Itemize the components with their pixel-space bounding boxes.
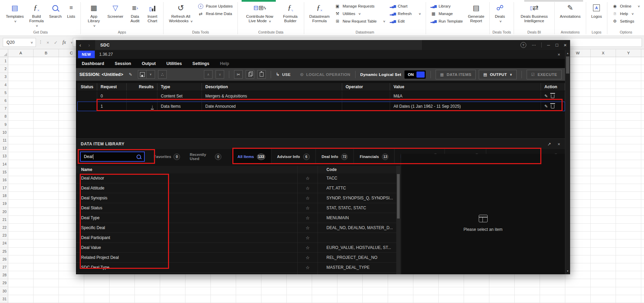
excel-row-header[interactable]: 28: [0, 271, 8, 279]
templates-button[interactable]: ▤ Templates∨: [3, 2, 26, 24]
excel-row-header[interactable]: 30: [0, 287, 8, 295]
excel-row-header[interactable]: 15: [0, 168, 8, 176]
contribute-now-button[interactable]: ⊟⊞ϟ Contribute Now Live Mode ∨: [241, 2, 279, 24]
minimize-icon[interactable]: ─: [547, 43, 550, 48]
select-all-corner[interactable]: [0, 49, 8, 57]
copy-icon[interactable]: [246, 70, 254, 79]
library-button[interactable]: ▂▄▆ Library: [431, 3, 463, 9]
chart-button[interactable]: ▂▄▆ Chart: [390, 3, 421, 9]
forward-arrow-icon[interactable]: ›: [88, 40, 90, 50]
excel-row-header[interactable]: 12: [0, 144, 8, 152]
excel-row-header[interactable]: 22: [0, 224, 8, 232]
cancel-entry-icon[interactable]: ×: [47, 40, 49, 45]
excel-row-header[interactable]: 25: [0, 248, 8, 255]
annotations-button[interactable]: ✎ Annotations: [557, 2, 583, 19]
menu-help[interactable]: Help: [220, 61, 229, 66]
banner-close-icon[interactable]: ×: [557, 52, 560, 57]
excel-row-header[interactable]: 21: [0, 216, 8, 224]
logical-operation-button[interactable]: ⊙ LOGICAL OPERATION: [300, 72, 350, 77]
formula-builder-button[interactable]: ƒϟ Formula Builder: [280, 2, 301, 23]
dynamic-logical-set-toggle[interactable]: ON: [404, 70, 426, 79]
help-circle-icon[interactable]: ?: [520, 42, 526, 48]
utilities-button[interactable]: ⚒ Utilities∨: [335, 11, 385, 17]
favorite-star-icon[interactable]: ☆: [297, 243, 318, 252]
excel-column-header[interactable]: A: [8, 49, 34, 57]
menu-output[interactable]: Output: [142, 61, 156, 66]
execute-button[interactable]: ☑ EXECUTE: [527, 70, 562, 79]
excel-column-header[interactable]: X: [591, 49, 616, 57]
excel-row-header[interactable]: 11: [0, 136, 8, 144]
window-scrollbar[interactable]: ▲ ▼: [565, 50, 570, 274]
data-audit-button[interactable]: ≣› Data Audit: [126, 2, 143, 23]
datastream-formula-button[interactable]: ƒ× Datastream Formula: [307, 2, 332, 23]
name-box[interactable]: Q20 ∨: [3, 38, 36, 47]
scroll-down-icon[interactable]: ▼: [565, 268, 570, 274]
excel-column-header[interactable]: B: [34, 49, 59, 57]
generate-report-button[interactable]: ▤ Generate Report: [465, 2, 487, 23]
online-button[interactable]: ◉ Online∨: [612, 3, 640, 9]
excel-row-header[interactable]: 5: [0, 89, 8, 97]
favorite-star-icon[interactable]: ☆: [297, 203, 318, 213]
excel-column-header[interactable]: Z: [641, 49, 644, 57]
confirm-entry-icon[interactable]: ✓: [54, 40, 58, 45]
excel-row-header[interactable]: 7: [0, 105, 8, 113]
logos-button[interactable]: A Logos: [589, 2, 604, 19]
app-library-button[interactable]: ▦ App Library ∨: [83, 2, 104, 28]
edit-session-icon[interactable]: ✎: [126, 70, 135, 79]
excel-column-header[interactable]: Y: [616, 49, 641, 57]
deals-bi-button[interactable]: ▯⇄ Deals Business Intelligence: [517, 2, 552, 23]
paste-icon[interactable]: [257, 70, 266, 79]
back-arrow-icon[interactable]: ‹: [79, 40, 81, 50]
deals-button[interactable]: ☍ Deals∨: [492, 2, 507, 24]
excel-row-header[interactable]: 4: [0, 81, 8, 89]
favorite-star-icon[interactable]: ☆: [297, 183, 318, 193]
delete-row-icon[interactable]: [551, 94, 554, 98]
sdc-tab[interactable]: SDC: [95, 40, 422, 50]
maximize-icon[interactable]: □: [555, 42, 558, 48]
excel-row-header[interactable]: 18: [0, 192, 8, 200]
insert-chart-button[interactable]: Insert Chart: [144, 2, 160, 23]
excel-row-header[interactable]: 13: [0, 152, 8, 160]
refresh-all-workbooks-button[interactable]: ↺ Refresh All Workbooks ∨: [166, 2, 195, 24]
scrollbar-thumb[interactable]: [397, 174, 400, 219]
excel-row-header[interactable]: 10: [0, 129, 8, 136]
use-button[interactable]: ↳ USE: [276, 72, 291, 77]
insert-function-button[interactable]: fx: [63, 40, 66, 45]
menu-utilities[interactable]: Utilities: [166, 61, 182, 66]
excel-row-header[interactable]: 6: [0, 97, 8, 105]
share-session-icon[interactable]: ∴: [158, 70, 167, 79]
favorite-star-icon[interactable]: ☆: [297, 233, 318, 242]
excel-row-header[interactable]: 8: [0, 113, 8, 120]
save-session-icon[interactable]: [138, 70, 146, 79]
lists-button[interactable]: ≡ Lists: [65, 2, 78, 19]
search-button[interactable]: Search: [47, 2, 64, 19]
edit-button[interactable]: ▂▄▆ Edit: [390, 18, 421, 24]
recently-used-filter[interactable]: Recently Used 0: [190, 153, 221, 161]
new-request-table-button[interactable]: ⊞ New Request Table∨: [335, 18, 385, 24]
excel-row-header[interactable]: 26: [0, 255, 8, 263]
save-chevron-icon[interactable]: ∨: [146, 70, 155, 79]
excel-row-header[interactable]: 17: [0, 184, 8, 192]
favorites-filter[interactable]: Favorites 0: [154, 154, 180, 160]
favorite-star-icon[interactable]: ☆: [297, 193, 318, 203]
screener-button[interactable]: ▽ Screener: [105, 2, 126, 19]
list-item[interactable]: Challenged Deal Fl ☆ CHA: [76, 273, 396, 274]
more-options-icon[interactable]: ⋯: [532, 43, 536, 48]
menu-session[interactable]: Session: [115, 61, 131, 66]
run-template-button[interactable]: ▂▄▆ Run Template: [431, 18, 463, 24]
excel-row-header[interactable]: 3: [0, 73, 8, 81]
settings-button[interactable]: ⚙ Settings: [612, 18, 640, 24]
refresh-button[interactable]: ▂▄▆ Refresh∨: [390, 11, 421, 17]
move-up-icon[interactable]: ∧: [204, 70, 212, 79]
excel-row-header[interactable]: 29: [0, 279, 8, 287]
favorite-star-icon[interactable]: ☆: [297, 213, 318, 223]
cut-icon[interactable]: ✂: [234, 70, 243, 79]
excel-row-header[interactable]: 14: [0, 160, 8, 168]
library-list-scrollbar[interactable]: [396, 166, 400, 274]
close-icon[interactable]: ×: [564, 42, 567, 48]
help-button[interactable]: ⍰ Help∨: [612, 11, 640, 17]
excel-row-header[interactable]: 20: [0, 208, 8, 216]
favorite-star-icon[interactable]: ☆: [297, 253, 318, 262]
output-button[interactable]: ▤ OUTPUT ∨: [479, 70, 517, 79]
scrollbar-thumb[interactable]: [566, 56, 569, 74]
